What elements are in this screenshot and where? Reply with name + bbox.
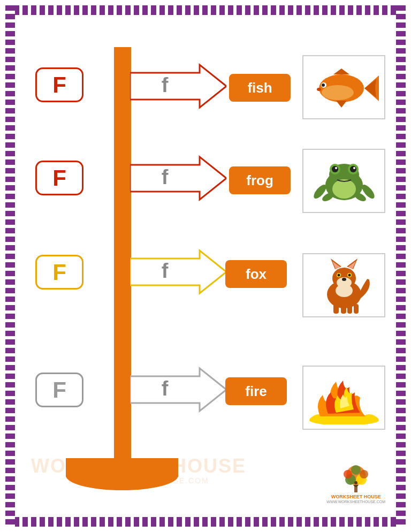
svg-point-40 [348,274,351,277]
svg-marker-12 [130,157,226,200]
svg-marker-0 [130,65,226,108]
svg-point-8 [322,83,325,87]
tree-base-upper [66,458,178,477]
arrow-fish: f [130,62,226,112]
svg-rect-45 [354,304,359,314]
svg-marker-47 [130,368,226,411]
image-fox [302,253,385,317]
arrow-frog: f [130,154,226,204]
svg-marker-9 [333,69,349,74]
svg-point-54 [344,470,352,478]
svg-rect-42 [333,303,339,314]
word-label-fish: fish [229,74,291,102]
svg-point-18 [332,166,338,172]
arrow-fire: f [130,366,226,416]
row-fire: F [35,373,83,407]
page-container: WORKSHEET HOUSE WWW.WORKSHEETHOUSE.COM F… [0,0,411,532]
svg-point-57 [354,481,357,484]
svg-text:f: f [162,260,169,282]
svg-point-36 [342,278,346,281]
svg-text:f: f [162,166,169,188]
logo-url: WWW.WORKSHEETHOUSE.COM [326,500,385,504]
capital-letter-fire: F [35,373,83,407]
row-frog: F [35,161,83,195]
capital-letter-fish: F [35,67,83,102]
svg-rect-43 [341,303,346,314]
row-fish: F [35,67,83,102]
svg-point-11 [317,88,321,91]
svg-point-56 [351,465,361,475]
svg-rect-44 [347,304,352,314]
svg-marker-10 [336,101,347,108]
capital-letter-fox: F [35,255,83,290]
svg-text:f: f [162,74,169,96]
svg-point-20 [335,167,337,169]
svg-point-19 [350,166,356,172]
image-fish [302,55,385,119]
word-label-frog: frog [229,166,291,194]
svg-point-22 [332,179,356,199]
row-fox: F [35,255,83,290]
svg-point-21 [353,167,355,169]
main-content: WORKSHEET HOUSE WWW.WORKSHEETHOUSE.COM F… [15,15,396,517]
svg-point-6 [322,85,354,100]
svg-marker-27 [130,250,226,293]
svg-point-46 [365,273,374,279]
svg-point-55 [360,470,368,478]
worksheet-house-logo: WORKSHEET HOUSE WWW.WORKSHEETHOUSE.COM [326,465,385,504]
arrow-fox: f [130,248,226,298]
svg-point-41 [336,284,353,297]
capital-letter-frog: F [35,161,83,195]
tree-trunk [114,47,131,470]
svg-text:f: f [162,377,169,400]
word-label-fire: fire [225,377,287,405]
word-label-fox: fox [225,260,287,288]
image-frog [302,149,385,213]
logo-title: WORKSHEET HOUSE [331,494,381,500]
image-fire [302,366,385,430]
svg-point-39 [337,274,340,277]
